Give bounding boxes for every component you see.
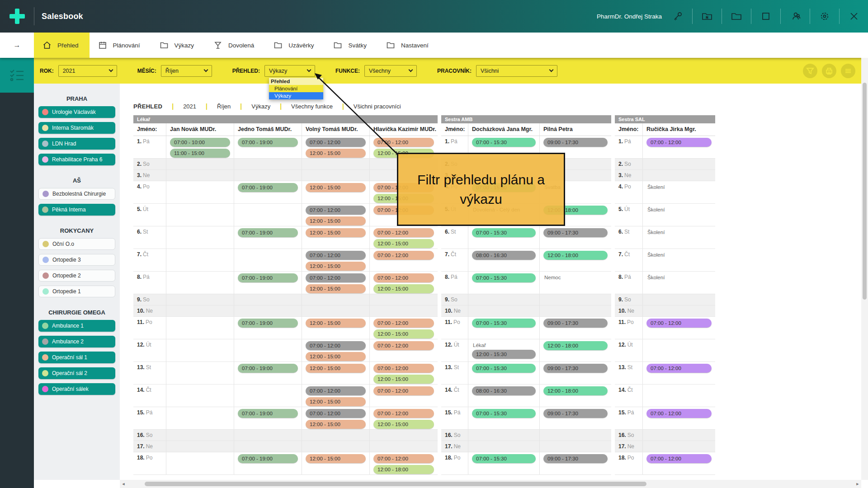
- tab-plánování[interactable]: Plánování: [90, 33, 151, 58]
- shift-pill[interactable]: 07:00 - 12:00: [306, 251, 366, 260]
- tab-výkazy[interactable]: Výkazy: [151, 33, 205, 58]
- shift-pill[interactable]: 07:00 - 12:00: [373, 138, 434, 147]
- sidebar-item-opera-n-s-l-1[interactable]: Operační sál 1: [38, 352, 115, 363]
- sidebar-item-opera-n-s-l-2[interactable]: Operační sál 2: [38, 367, 115, 379]
- shift-pill[interactable]: 09:00 - 17:30: [543, 228, 608, 237]
- menu-button[interactable]: [841, 64, 855, 78]
- shift-pill[interactable]: 07:00 - 19:00: [238, 409, 298, 418]
- horizontal-scrollbar-thumb[interactable]: [145, 482, 646, 486]
- vertical-scrollbar-thumb[interactable]: [863, 83, 867, 300]
- shift-pill[interactable]: 09:00 - 17:30: [543, 364, 608, 373]
- function-select[interactable]: Všechny: [364, 65, 417, 77]
- shift-pill[interactable]: 07:00 - 12:00: [306, 409, 366, 418]
- shift-pill[interactable]: 07:00 - 12:00: [373, 273, 434, 282]
- printer-button[interactable]: [822, 64, 836, 78]
- shift-pill[interactable]: 07:00 - 12:00: [306, 341, 366, 350]
- shift-pill[interactable]: 12:00 - 15:00: [373, 375, 434, 384]
- shift-pill[interactable]: 07:00 - 12:00: [373, 341, 434, 350]
- scroll-left-icon[interactable]: ◄: [120, 482, 127, 486]
- users-icon[interactable]: [789, 10, 801, 22]
- shift-pill[interactable]: 11:00 - 15:00: [170, 149, 230, 158]
- year-select[interactable]: 2021: [58, 65, 117, 77]
- sidebar-item-ortopedie-1[interactable]: Ortopedie 1: [38, 286, 115, 297]
- shift-pill[interactable]: 07:00 - 19:00: [238, 228, 298, 237]
- shift-pill[interactable]: 12:00 - 15:00: [306, 397, 366, 406]
- shift-pill[interactable]: 07:00 - 19:00: [238, 273, 298, 282]
- checklist-button[interactable]: [0, 58, 34, 93]
- shift-pill[interactable]: 12:00 - 15:00: [306, 284, 366, 293]
- shift-pill[interactable]: 07:00 - 19:00: [238, 364, 298, 373]
- sidebar-item-ortopedie-2[interactable]: Ortopedie 2: [38, 270, 115, 282]
- horizontal-scrollbar[interactable]: ◄ ►: [120, 480, 861, 488]
- folder-icon[interactable]: [731, 10, 742, 22]
- shift-pill[interactable]: 12:00 - 15:00: [306, 228, 366, 237]
- shift-pill[interactable]: 09:00 - 17:30: [543, 138, 608, 147]
- vertical-scrollbar[interactable]: [861, 58, 868, 480]
- shift-pill[interactable]: 07:00 - 12:00: [306, 138, 366, 147]
- shift-pill[interactable]: 12:00 - 15:00: [306, 364, 366, 373]
- shift-pill[interactable]: 07:00 - 15:30: [472, 228, 536, 237]
- shift-pill[interactable]: 12:00 - 15:00: [306, 319, 366, 328]
- shift-pill[interactable]: 12:00 - 15:00: [306, 352, 366, 361]
- shift-pill[interactable]: 08:00 - 16:30: [472, 386, 536, 395]
- shift-pill[interactable]: 07:00 - 12:00: [646, 319, 712, 328]
- shift-pill[interactable]: 12:00 - 15:00: [306, 262, 366, 271]
- shift-pill[interactable]: 12:00 - 15:00: [306, 420, 366, 429]
- scroll-right-icon[interactable]: ►: [854, 482, 861, 486]
- gear-icon[interactable]: [819, 10, 830, 22]
- shift-pill[interactable]: 12:00 - 15:00: [373, 329, 434, 338]
- shift-pill[interactable]: 07:00 - 12:00: [646, 364, 712, 373]
- shift-pill[interactable]: 07:00 - 19:00: [238, 319, 298, 328]
- shift-pill[interactable]: 12:00 - 15:00: [306, 183, 366, 192]
- shift-pill[interactable]: 07:00 - 15:30: [472, 273, 536, 282]
- view-option-výkazy[interactable]: Výkazy: [269, 92, 323, 99]
- shift-pill[interactable]: 07:00 - 12:00: [646, 454, 712, 463]
- shift-pill[interactable]: 12:00 - 15:00: [306, 454, 366, 463]
- worker-select[interactable]: Všichni: [476, 65, 557, 77]
- shift-pill[interactable]: 07:00 - 15:30: [472, 138, 536, 147]
- shift-pill[interactable]: 09:00 - 17:30: [543, 409, 608, 418]
- sidebar-item-p-kn-interna[interactable]: Pěkná Interna: [38, 204, 115, 216]
- tab-nastavení[interactable]: Nastavení: [377, 33, 439, 58]
- month-select[interactable]: Říjen: [161, 65, 212, 77]
- sidebar-item-o-n-o-o[interactable]: Oční O.o: [38, 238, 115, 250]
- sidebar-item-ambulance-2[interactable]: Ambulance 2: [38, 336, 115, 347]
- tab-svátky[interactable]: Svátky: [325, 33, 377, 58]
- shift-pill[interactable]: 12:00 - 18:00: [543, 251, 608, 260]
- shift-pill[interactable]: 07:00 - 12:00: [373, 251, 434, 260]
- shift-pill[interactable]: 07:00 - 19:00: [238, 454, 298, 463]
- shift-pill[interactable]: 12:00 - 15:00: [373, 420, 434, 429]
- shift-pill[interactable]: 07:00 - 12:00: [373, 319, 434, 328]
- key-icon[interactable]: [672, 10, 684, 22]
- shift-pill[interactable]: 07:00 - 15:30: [472, 409, 536, 418]
- sidebar-item-ambulance-1[interactable]: Ambulance 1: [38, 320, 115, 332]
- shift-pill[interactable]: 07:00 - 12:00: [373, 228, 434, 237]
- sidebar-item-ortopedie-3[interactable]: Ortopedie 3: [38, 254, 115, 266]
- shift-pill[interactable]: 07:00 - 12:00: [373, 454, 434, 463]
- tab-přehled[interactable]: Přehled: [34, 33, 90, 58]
- view-option-plánování[interactable]: Plánování: [269, 85, 323, 92]
- shift-pill[interactable]: 07:00 - 19:00: [238, 138, 298, 147]
- shift-pill[interactable]: 07:00 - 12:00: [646, 409, 712, 418]
- shift-pill[interactable]: 07:00 - 15:30: [472, 454, 536, 463]
- sidebar-item-interna-starom-k[interactable]: Interna Staromák: [38, 122, 115, 134]
- shift-pill[interactable]: 12:00 - 15:30: [472, 350, 536, 359]
- shift-pill[interactable]: 07:00 - 19:00: [238, 183, 298, 192]
- shift-pill[interactable]: 09:00 - 17:30: [543, 454, 608, 463]
- shift-pill[interactable]: 12:00 - 18:00: [543, 341, 608, 350]
- view-option-přehled[interactable]: Přehled: [269, 78, 323, 85]
- sidebar-item-ldn-hrad[interactable]: LDN Hrad: [38, 138, 115, 150]
- funnel-button[interactable]: [803, 64, 817, 78]
- shift-pill[interactable]: 07:00 - 15:30: [472, 364, 536, 373]
- tab-dovolená[interactable]: Dovolená: [205, 33, 265, 58]
- shift-pill[interactable]: 07:00 - 12:00: [373, 386, 434, 395]
- shift-pill[interactable]: 12:00 - 15:00: [373, 284, 434, 293]
- shift-pill[interactable]: 07:00 - 12:00: [646, 138, 712, 147]
- view-select[interactable]: Výkazy: [264, 65, 315, 77]
- sidebar-item-opera-n-s-lek[interactable]: Operační sálek: [38, 383, 115, 395]
- shift-pill[interactable]: 12:00 - 15:00: [306, 149, 366, 158]
- collapse-arrow-icon[interactable]: →: [0, 33, 34, 58]
- shift-pill[interactable]: 07:00 - 12:00: [306, 386, 366, 395]
- shift-pill[interactable]: 09:00 - 17:30: [543, 319, 608, 328]
- sidebar-item-rehabilitace-praha-6[interactable]: Rehabilitace Praha 6: [38, 154, 115, 165]
